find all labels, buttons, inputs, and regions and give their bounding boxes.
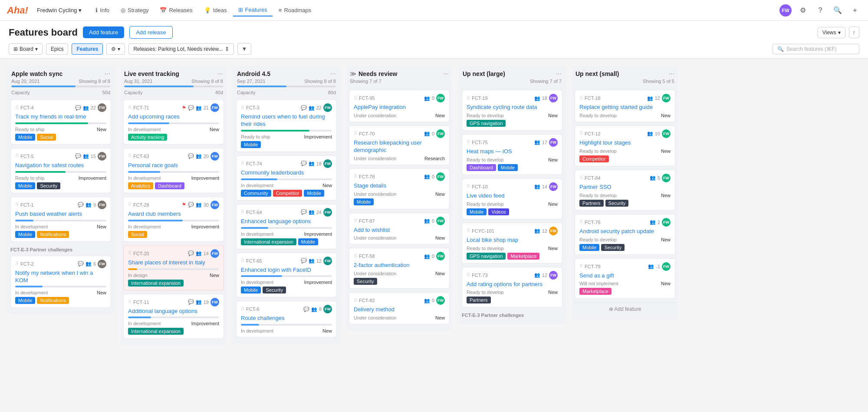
card-tag[interactable]: Security — [354, 278, 377, 285]
help-button[interactable]: ? — [814, 4, 826, 16]
card-title[interactable]: Research bikepacking user demographic — [354, 139, 445, 154]
nav-item-roadmaps[interactable]: ≡Roadmaps — [273, 4, 316, 16]
card-title[interactable]: Route challenges — [241, 315, 332, 322]
feature-card[interactable]: ⠿ FCT-73 👥 12 FW Add rating options for … — [462, 267, 562, 308]
card-title[interactable]: Partner SSO — [579, 184, 671, 191]
card-tag[interactable]: Dashboard — [155, 182, 184, 189]
card-title[interactable]: Navigation for safest routes — [15, 162, 106, 169]
feature-card[interactable]: ⠿ FCT-2 💬👥 6 FW Notify my network when I… — [10, 256, 111, 308]
card-tag[interactable]: Mobile — [579, 244, 599, 251]
card-tag[interactable]: Mobile — [304, 190, 324, 197]
feature-card[interactable]: ⠿ FCT-79 👥 -1 FW Send as a gift Will not… — [575, 258, 675, 299]
nav-item-strategy[interactable]: ◎Strategy — [115, 4, 154, 16]
card-title[interactable]: Stage details — [354, 182, 445, 190]
feature-card[interactable]: ⠿ FCT-10 👥 14 FW Live video feed Ready t… — [462, 178, 562, 219]
card-tag[interactable]: Notifications — [37, 231, 69, 238]
feature-card[interactable]: ⠿ FCT-76 👥 2 FW Android security patch u… — [575, 214, 675, 255]
card-tag[interactable]: Social — [128, 231, 147, 238]
card-title[interactable]: Notify my network when I win a KOM — [15, 270, 106, 284]
add-feature-button[interactable]: Add feature — [83, 26, 124, 38]
feature-card[interactable]: ⠿ FCT-84 👥 5 FW Partner SSO Ready to dev… — [575, 170, 675, 211]
card-tag[interactable]: Dashboard — [467, 164, 496, 171]
card-tag[interactable]: Social — [37, 134, 56, 141]
card-tag[interactable]: Competitor — [273, 190, 302, 197]
card-tag[interactable]: International expansion — [128, 280, 184, 287]
column-menu-button[interactable]: ··· — [556, 70, 562, 78]
column-menu-button[interactable]: ··· — [330, 70, 336, 78]
add-feature-inline-button[interactable]: ⊕ Add feature — [575, 302, 675, 316]
feature-card[interactable]: ⠿ FCT-63 💬👥 20 FW Personal race goals In… — [123, 148, 224, 193]
card-tag[interactable]: Partners — [467, 297, 491, 303]
card-title[interactable]: Syndicate cycling route data — [467, 104, 558, 111]
features-button[interactable]: Features — [72, 43, 103, 55]
card-tag[interactable]: Security — [37, 182, 60, 189]
add-button[interactable]: + — [849, 4, 861, 16]
card-tag[interactable]: International expansion — [241, 238, 296, 245]
user-avatar[interactable]: FW — [779, 4, 792, 16]
feature-card[interactable]: ⠿ FCYC-101 👥 12 FW Local bike shop map R… — [462, 223, 562, 264]
card-title[interactable]: Push based weather alerts — [15, 211, 106, 218]
card-title[interactable]: ApplePay integration — [354, 104, 445, 111]
card-tag[interactable]: Competitor — [579, 155, 609, 162]
card-tag[interactable]: Mobile — [15, 231, 35, 238]
export-button[interactable]: ↑ — [849, 26, 860, 38]
feature-card[interactable]: ⠿ FCT-20 💬👥 14 FW Share places of intere… — [123, 245, 224, 290]
feature-card[interactable]: ⠿ FCT-19 👥 18 FW Syndicate cycling route… — [462, 90, 562, 131]
column-menu-button[interactable]: ··· — [669, 70, 674, 78]
card-title[interactable]: Delivery method — [354, 306, 445, 313]
card-title[interactable]: Live video feed — [467, 192, 558, 200]
feature-card[interactable]: ⠿ FCT-82 👥 0 FW Delivery method Under co… — [349, 292, 450, 324]
card-title[interactable]: Send as a gift — [579, 272, 671, 280]
card-tag[interactable]: Videos — [488, 208, 509, 215]
card-title[interactable]: Share places of interest in Italy — [128, 259, 219, 267]
feature-card[interactable]: ⠿ FCT-95 👥 0 FW ApplePay integration Und… — [349, 90, 450, 122]
search-button[interactable]: 🔍 — [832, 4, 844, 16]
card-title[interactable]: Heat maps — iOS — [467, 148, 558, 155]
feature-card[interactable]: ⠿ FCT-1 💬👥 9 FW Push based weather alert… — [10, 197, 111, 242]
feature-card[interactable]: ⠿ FCT-70 👥 0 FW Research bikepacking use… — [349, 125, 450, 165]
feature-card[interactable]: ⠿ FCT-4 💬👥 22 FW Track my friends in rea… — [10, 99, 111, 145]
column-menu-button[interactable]: ··· — [217, 70, 223, 78]
feature-card[interactable]: ⠿ FCT-29 ⚑💬👥 30 FW Award club members In… — [123, 197, 224, 242]
search-features-input[interactable]: 🔍 Search features (⌘F) — [773, 44, 859, 54]
card-tag[interactable]: GPS navigation — [467, 253, 506, 260]
releases-filter[interactable]: Releases: Parking Lot, Needs review... ⇕ — [128, 43, 233, 55]
feature-card[interactable]: ⠿ FCT-75 👥 17 FW Heat maps — iOS Ready t… — [462, 134, 562, 175]
card-title[interactable]: Enhanced language options — [241, 218, 332, 225]
column-menu-button[interactable]: ··· — [443, 70, 449, 78]
card-tag[interactable]: Marketplace — [579, 288, 612, 295]
feature-card[interactable]: ⠿ FCT-71 ⚑💬👥 21 FW Add upcoming races In… — [123, 99, 224, 145]
card-title[interactable]: Add to wishlist — [354, 227, 445, 234]
card-title[interactable]: Replace getting started guide — [579, 104, 671, 111]
nav-item-info[interactable]: ℹInfo — [90, 4, 115, 16]
brand-selector[interactable]: Fredwin Cycling ▾ — [33, 5, 85, 15]
filter-button[interactable]: ▼ — [237, 43, 252, 55]
card-tag[interactable]: Activity tracking — [128, 134, 167, 141]
card-title[interactable]: Award club members — [128, 211, 219, 218]
feature-card[interactable]: ⠿ FCT-11 💬👥 19 FW Additional language op… — [123, 294, 224, 339]
feature-card[interactable]: ⠿ FCT-18 👥 12 FW Replace getting started… — [575, 90, 675, 122]
nav-item-features[interactable]: ⊞Features — [233, 4, 273, 16]
add-release-button[interactable]: Add release — [129, 26, 172, 39]
epics-button[interactable]: Epics — [46, 43, 68, 55]
nav-item-releases[interactable]: 📅Releases — [155, 4, 197, 16]
column-menu-button[interactable]: ··· — [105, 70, 110, 78]
card-tag[interactable]: Notifications — [37, 297, 69, 304]
feature-card[interactable]: ⠿ FCT-65 💬👥 12 FW Enhanced login with Fa… — [236, 253, 337, 298]
card-title[interactable]: Additional language options — [128, 308, 219, 315]
card-title[interactable]: Local bike shop map — [467, 237, 558, 244]
card-title[interactable]: Personal race goals — [128, 162, 219, 169]
settings-button[interactable]: ⚙ — [797, 4, 809, 16]
card-tag[interactable]: Partners — [579, 200, 604, 207]
card-tag[interactable]: Security — [605, 200, 629, 207]
card-tag[interactable]: Mobile — [15, 297, 35, 304]
feature-card[interactable]: ⠿ FCT-78 👥 0 FW Stage details Under cons… — [349, 168, 450, 209]
feature-card[interactable]: ⠿ FCT-12 👥 10 FW Highlight tour stages R… — [575, 125, 675, 166]
card-tag[interactable]: Mobile — [467, 208, 487, 215]
feature-card[interactable]: ⠿ FCT-3 💬👥 22 FW Remind users when to fu… — [236, 99, 337, 152]
settings-toolbar-button[interactable]: ⚙ ▾ — [106, 43, 125, 55]
card-tag[interactable]: Mobile — [298, 238, 318, 245]
feature-card[interactable]: ⠿ FCT-58 👥 0 FW 2-factor authentication … — [349, 248, 450, 289]
card-tag[interactable]: Mobile — [241, 141, 261, 148]
card-tag[interactable]: Mobile — [15, 182, 35, 189]
